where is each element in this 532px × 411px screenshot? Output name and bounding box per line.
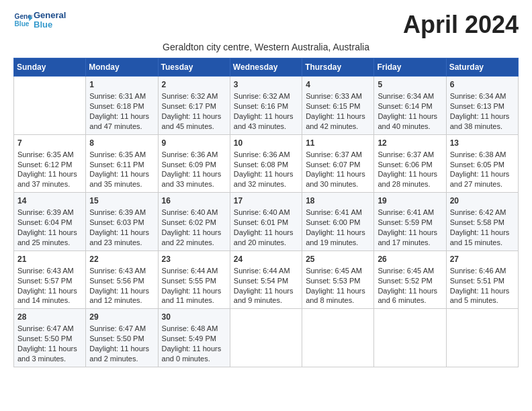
day-number: 5 — [378, 79, 442, 90]
cell-line-1: Sunset: 6:02 PM — [162, 218, 226, 228]
cell-week4-day3: 23Sunrise: 6:44 AMSunset: 5:55 PMDayligh… — [158, 250, 230, 309]
cell-line-0: Sunrise: 6:31 AM — [89, 91, 154, 101]
cell-line-0: Sunrise: 6:48 AM — [162, 324, 226, 334]
cell-line-3: and 30 minutes. — [306, 179, 370, 189]
cell-line-2: Daylight: 11 hours — [378, 169, 442, 179]
cell-line-1: Sunset: 5:59 PM — [378, 218, 442, 228]
cell-line-1: Sunset: 6:16 PM — [234, 101, 298, 111]
cell-line-1: Sunset: 6:00 PM — [306, 218, 370, 228]
day-number: 3 — [234, 79, 298, 90]
cell-week1-day4: 3Sunrise: 6:32 AMSunset: 6:16 PMDaylight… — [230, 77, 302, 135]
cell-line-0: Sunrise: 6:43 AM — [89, 266, 154, 276]
cell-line-3: and 11 minutes. — [162, 295, 226, 306]
svg-text:Blue: Blue — [15, 21, 30, 28]
day-number: 6 — [450, 79, 515, 90]
cell-line-2: Daylight: 11 hours — [17, 344, 82, 354]
cell-line-1: Sunset: 5:54 PM — [234, 276, 298, 286]
cell-line-3: and 33 minutes. — [162, 179, 226, 189]
week-row-4: 21Sunrise: 6:43 AMSunset: 5:57 PMDayligh… — [14, 250, 519, 309]
cell-line-0: Sunrise: 6:39 AM — [89, 208, 154, 218]
cell-line-2: Daylight: 11 hours — [234, 111, 298, 122]
day-number: 16 — [162, 195, 226, 206]
cell-line-0: Sunrise: 6:33 AM — [306, 91, 370, 101]
cell-week1-day6: 5Sunrise: 6:34 AMSunset: 6:14 PMDaylight… — [374, 77, 446, 135]
cell-line-3: and 23 minutes. — [89, 238, 154, 248]
cell-line-0: Sunrise: 6:32 AM — [162, 91, 226, 101]
cell-line-1: Sunset: 6:09 PM — [162, 160, 226, 170]
cell-week4-day1: 21Sunrise: 6:43 AMSunset: 5:57 PMDayligh… — [14, 250, 86, 309]
cell-line-2: Daylight: 11 hours — [378, 228, 442, 238]
calendar-header-row: SundayMondayTuesdayWednesdayThursdayFrid… — [14, 58, 519, 77]
column-header-monday: Monday — [86, 58, 158, 77]
column-header-sunday: Sunday — [14, 58, 86, 77]
cell-week4-day6: 26Sunrise: 6:45 AMSunset: 5:52 PMDayligh… — [374, 250, 446, 309]
cell-line-3: and 32 minutes. — [234, 179, 298, 189]
cell-week1-day2: 1Sunrise: 6:31 AMSunset: 6:18 PMDaylight… — [86, 77, 158, 135]
cell-line-3: and 5 minutes. — [450, 295, 515, 306]
day-number: 19 — [378, 195, 442, 206]
cell-line-1: Sunset: 6:08 PM — [234, 160, 298, 170]
day-number: 9 — [162, 138, 226, 148]
cell-line-3: and 37 minutes. — [17, 179, 82, 189]
title-section: April 2024 — [403, 11, 519, 39]
cell-week1-day7: 6Sunrise: 6:34 AMSunset: 6:13 PMDaylight… — [446, 77, 518, 135]
cell-line-2: Daylight: 11 hours — [378, 286, 442, 296]
cell-line-1: Sunset: 6:18 PM — [89, 101, 154, 111]
cell-line-3: and 3 minutes. — [17, 354, 82, 364]
cell-line-0: Sunrise: 6:45 AM — [306, 266, 370, 276]
cell-line-1: Sunset: 5:50 PM — [17, 334, 82, 344]
cell-week3-day3: 16Sunrise: 6:40 AMSunset: 6:02 PMDayligh… — [158, 193, 230, 251]
day-number: 18 — [306, 195, 370, 206]
cell-line-0: Sunrise: 6:32 AM — [234, 91, 298, 101]
cell-week2-day5: 11Sunrise: 6:37 AMSunset: 6:07 PMDayligh… — [302, 134, 374, 193]
cell-line-1: Sunset: 6:14 PM — [378, 101, 442, 111]
cell-line-2: Daylight: 11 hours — [162, 286, 226, 296]
cell-line-0: Sunrise: 6:47 AM — [17, 324, 82, 334]
cell-line-1: Sunset: 6:05 PM — [450, 160, 515, 170]
cell-week2-day6: 12Sunrise: 6:37 AMSunset: 6:06 PMDayligh… — [374, 134, 446, 193]
day-number: 2 — [162, 79, 226, 90]
cell-line-2: Daylight: 11 hours — [450, 169, 515, 179]
cell-line-3: and 17 minutes. — [378, 238, 442, 248]
cell-line-0: Sunrise: 6:43 AM — [17, 266, 82, 276]
cell-week3-day7: 20Sunrise: 6:42 AMSunset: 5:58 PMDayligh… — [446, 193, 518, 251]
cell-line-0: Sunrise: 6:34 AM — [378, 91, 442, 101]
day-number: 17 — [234, 195, 298, 206]
cell-line-1: Sunset: 5:55 PM — [162, 276, 226, 286]
day-number: 20 — [450, 195, 515, 206]
cell-line-2: Daylight: 11 hours — [450, 228, 515, 238]
cell-week3-day2: 15Sunrise: 6:39 AMSunset: 6:03 PMDayligh… — [86, 193, 158, 251]
column-header-thursday: Thursday — [302, 58, 374, 77]
day-number: 4 — [306, 79, 370, 90]
cell-line-3: and 45 minutes. — [162, 122, 226, 132]
subtitle: Geraldton city centre, Western Australia… — [13, 42, 519, 52]
column-header-friday: Friday — [374, 58, 446, 77]
cell-line-3: and 40 minutes. — [378, 122, 442, 132]
cell-line-3: and 0 minutes. — [162, 354, 226, 364]
cell-week2-day3: 9Sunrise: 6:36 AMSunset: 6:09 PMDaylight… — [158, 134, 230, 193]
cell-line-3: and 19 minutes. — [306, 238, 370, 248]
day-number: 23 — [162, 254, 226, 265]
cell-line-2: Daylight: 11 hours — [89, 228, 154, 238]
cell-week5-day1: 28Sunrise: 6:47 AMSunset: 5:50 PMDayligh… — [14, 309, 86, 367]
cell-line-0: Sunrise: 6:39 AM — [17, 208, 82, 218]
cell-week3-day1: 14Sunrise: 6:39 AMSunset: 6:04 PMDayligh… — [14, 193, 86, 251]
column-header-saturday: Saturday — [446, 58, 518, 77]
cell-line-0: Sunrise: 6:45 AM — [378, 266, 442, 276]
cell-line-2: Daylight: 11 hours — [89, 286, 154, 296]
cell-week2-day2: 8Sunrise: 6:35 AMSunset: 6:11 PMDaylight… — [86, 134, 158, 193]
day-number: 14 — [17, 195, 82, 206]
cell-line-1: Sunset: 6:12 PM — [17, 160, 82, 170]
cell-line-2: Daylight: 11 hours — [89, 111, 154, 122]
cell-line-0: Sunrise: 6:36 AM — [162, 150, 226, 160]
week-row-5: 28Sunrise: 6:47 AMSunset: 5:50 PMDayligh… — [14, 309, 519, 367]
cell-line-1: Sunset: 5:53 PM — [306, 276, 370, 286]
cell-line-2: Daylight: 11 hours — [450, 286, 515, 296]
cell-line-0: Sunrise: 6:35 AM — [17, 150, 82, 160]
week-row-1: 1Sunrise: 6:31 AMSunset: 6:18 PMDaylight… — [14, 77, 519, 135]
logo-blue: Blue — [34, 20, 66, 30]
cell-line-0: Sunrise: 6:37 AM — [306, 150, 370, 160]
cell-line-2: Daylight: 11 hours — [378, 111, 442, 122]
cell-line-2: Daylight: 11 hours — [306, 286, 370, 296]
cell-line-2: Daylight: 11 hours — [234, 228, 298, 238]
